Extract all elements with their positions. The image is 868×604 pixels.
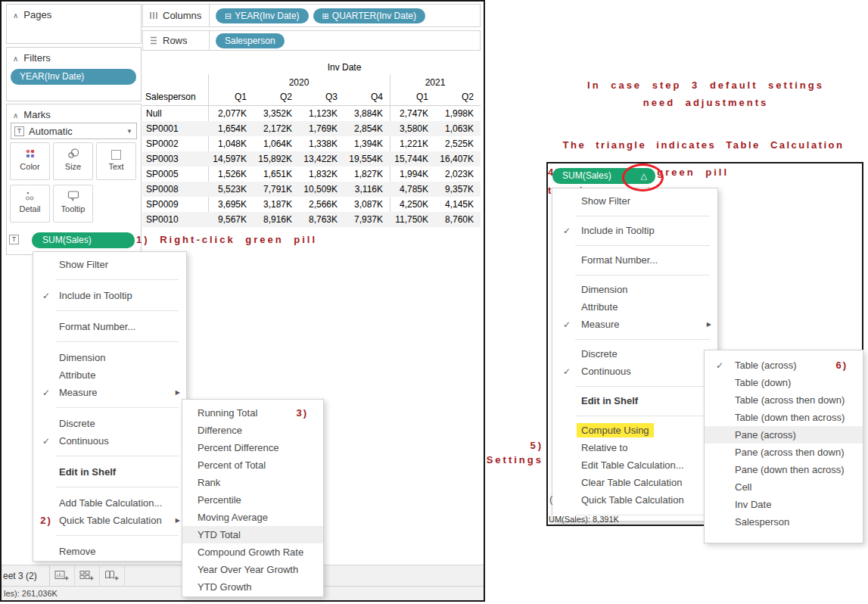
new-worksheet-button[interactable] (50, 565, 75, 586)
menu-item[interactable]: ✓ Pane (across) (705, 426, 863, 444)
menu-item[interactable]: YTD Total ▶ (182, 526, 323, 543)
step-note: 6) (835, 360, 848, 371)
menu-item[interactable]: ✓ Pane (across then down) (705, 444, 863, 461)
detail-icon (11, 190, 49, 204)
menu-item-label: YTD Growth (198, 581, 252, 593)
menu-item-label: Table (down) (735, 377, 791, 388)
cell-value: 5,523K (208, 184, 254, 195)
menu-item[interactable]: ✓ Quick Table Calculation ▶ (552, 491, 717, 509)
menu-item[interactable]: 2) ✓ Quick Table Calculation ▶ (33, 512, 186, 529)
quarter-inv-date-pill[interactable]: ⊞QUARTER(Inv Date) (313, 8, 425, 23)
table-row: SP0001 1,654K 2,172K 1,769K 2,854K 3,580… (142, 121, 481, 136)
menu-item-label: Pane (down then across) (735, 464, 845, 475)
menu-item[interactable]: ✓ Add Table Calculation... ▶ (33, 494, 186, 512)
new-dashboard-icon (79, 570, 95, 582)
menu-item[interactable]: YTD Growth ▶ (182, 578, 323, 596)
menu-item[interactable]: ✓ Table (across then down) (705, 391, 863, 409)
menu-item[interactable]: ✓ Pane (down then across) (705, 461, 863, 478)
columns-shelf: Columns ⊟YEAR(Inv Date) ⊞QUARTER(Inv Dat… (142, 4, 481, 27)
size-icon (54, 148, 92, 161)
menu-item[interactable]: Percentile ▶ (182, 491, 323, 509)
menu-item[interactable]: Rank ▶ (182, 474, 323, 491)
compute-using-submenu: ✓ Table (across) 6) ✓ Table (down) ✓ T (704, 350, 863, 543)
menu-item[interactable]: Percent of Total ▶ (182, 456, 323, 474)
step-note: 2) (40, 515, 52, 526)
menu-item[interactable]: ✓ Show Filter ▶ (33, 256, 186, 273)
menu-item[interactable]: ✓ Include in Tooltip ▶ (33, 287, 186, 304)
menu-item[interactable]: ✓ Show Filter ▶ (552, 192, 717, 210)
mark-type-value: Automatic (29, 126, 73, 137)
quarter-header: Q1 (390, 92, 435, 102)
new-story-button[interactable] (100, 565, 125, 586)
menu-item[interactable]: ✓ Attribute ▶ (552, 298, 717, 316)
filters-card: ∧Filters YEAR(Inv Date) (6, 47, 142, 101)
quarter-header: Q2 (435, 92, 481, 102)
year-inv-date-pill[interactable]: ⊟YEAR(Inv Date) (216, 8, 309, 23)
menu-item[interactable]: Running Total 3) ▶ (182, 404, 323, 422)
menu-item[interactable]: Moving Average ▶ (182, 509, 323, 526)
menu-item-label: Discrete (59, 418, 95, 429)
menu-item[interactable]: ✓ Edit in Shelf ▶ (33, 463, 186, 481)
collapse-icon[interactable]: ∧ (13, 11, 18, 20)
menu-item[interactable]: ✓ Edit in Shelf ▶ (552, 392, 717, 409)
menu-item[interactable]: ✓ Clear Table Calculation ▶ (552, 474, 717, 491)
new-dashboard-button[interactable] (75, 565, 100, 586)
menu-item[interactable]: Compound Growth Rate ▶ (182, 543, 323, 561)
sum-sales-pill[interactable]: SUM(Sales) (32, 232, 135, 248)
salesperson-pill[interactable]: Salesperson (216, 33, 285, 48)
row-label: Null (142, 108, 208, 119)
cell-value: 1,832K (299, 169, 344, 179)
check-icon: ✓ (42, 436, 50, 447)
cell-value: 3,580K (390, 123, 435, 134)
tooltip-button-label: Tooltip (54, 204, 92, 213)
menu-item[interactable]: ✓ Cell (705, 478, 863, 496)
menu-item[interactable]: Percent Difference ▶ (182, 439, 323, 456)
size-button[interactable]: Size (53, 142, 93, 180)
cell-value: 11,750K (390, 214, 435, 225)
text-button[interactable]: Text (96, 142, 136, 180)
menu-item[interactable]: ✓ Measure ▶ (33, 384, 186, 401)
menu-item[interactable]: ✓ Compute Using ▶ (552, 422, 717, 439)
menu-item[interactable]: ✓ Table (across) 6) (705, 356, 863, 374)
menu-item[interactable]: ✓ Discrete ▶ (33, 415, 186, 432)
filter-pill-year-inv-date[interactable]: YEAR(Inv Date) (11, 69, 136, 85)
menu-item[interactable]: ✓ Continuous ▶ (552, 363, 717, 380)
menu-item[interactable]: ✓ Measure ▶ (552, 316, 717, 333)
menu-item[interactable]: ✓ Discrete ▶ (552, 345, 717, 363)
menu-item-label: Continuous (581, 366, 631, 377)
menu-item[interactable]: ✓ Attribute ▶ (33, 366, 186, 384)
cell-value: 2,525K (435, 139, 481, 149)
menu-item[interactable]: ✓ Format Number... ▶ (552, 251, 717, 269)
menu-item[interactable]: ✓ Continuous ▶ (33, 432, 186, 450)
expand-field-icon[interactable]: ⊞ (322, 11, 329, 20)
menu-item[interactable]: ✓ Relative to ▶ (552, 439, 717, 456)
menu-item[interactable]: ✓ Include in Tooltip ▶ (552, 222, 717, 239)
menu-item-label: Rank (198, 477, 220, 488)
year-header-2020: 2020 (208, 77, 390, 88)
menu-item[interactable]: Year Over Year Growth ▶ (182, 561, 323, 578)
menu-item[interactable]: ✓ Table (down then across) (705, 409, 863, 426)
columns-icon (149, 11, 158, 20)
menu-item-label: Edit Table Calculation... (581, 459, 684, 471)
mark-type-dropdown[interactable]: T Automatic ▼ (11, 123, 137, 139)
menu-item[interactable]: ✓ Edit Table Calculation... ▶ (552, 456, 717, 474)
submenu-arrow-icon: ▶ (176, 389, 180, 396)
menu-item[interactable]: ✓ Dimension ▶ (33, 349, 186, 366)
color-button[interactable]: Color (10, 142, 50, 180)
cell-value: 15,892K (254, 154, 299, 164)
tooltip-button[interactable]: Tooltip (53, 185, 93, 223)
menu-item[interactable]: ✓ Table (down) (705, 374, 863, 391)
menu-item[interactable]: ✓ Dimension ▶ (552, 281, 717, 298)
menu-item[interactable]: ✓ Format Number... ▶ (33, 318, 186, 335)
menu-item[interactable]: ✓ Remove ▶ (33, 543, 186, 560)
collapse-field-icon[interactable]: ⊟ (225, 11, 232, 20)
sheet-tab[interactable]: eet 3 (2) (2, 565, 50, 586)
collapse-icon[interactable]: ∧ (13, 111, 18, 120)
collapse-icon[interactable]: ∧ (13, 54, 18, 63)
menu-item[interactable]: ✓ Inv Date (705, 496, 863, 513)
table-row: SP0005 1,526K 1,651K 1,832K 1,827K 1,994… (142, 167, 481, 182)
menu-item-label: Edit in Shelf (59, 466, 116, 478)
menu-item[interactable]: ✓ Salesperson (705, 513, 863, 531)
menu-item[interactable]: Difference ▶ (182, 422, 323, 439)
detail-button[interactable]: Detail (10, 185, 50, 223)
